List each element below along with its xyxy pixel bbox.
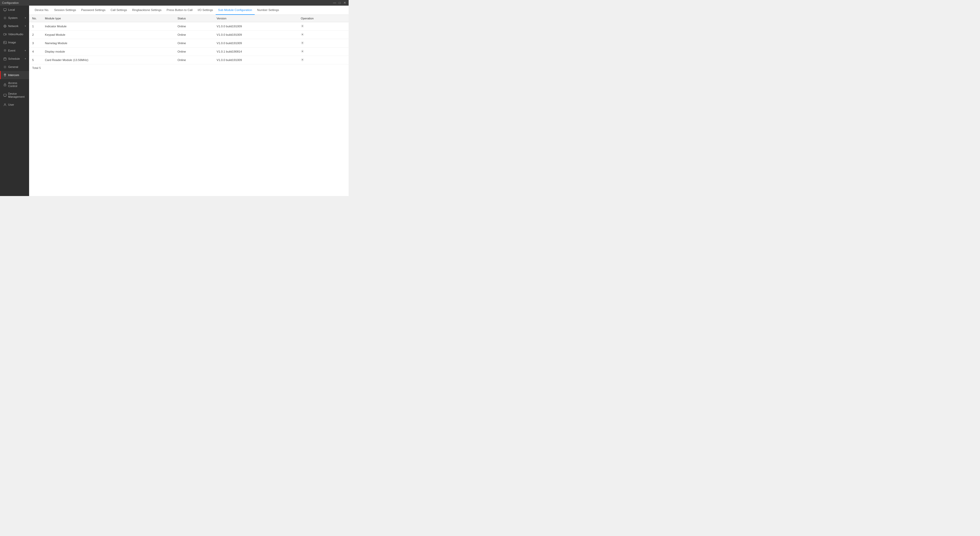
column-header-version: Version xyxy=(213,15,298,22)
sidebar-item-label: Network xyxy=(8,24,18,27)
row-operation[interactable] xyxy=(298,22,348,31)
column-header-status: Status xyxy=(175,15,213,22)
sidebar-item-label: User xyxy=(8,103,14,106)
sidebar-item-label: Intercom xyxy=(8,73,19,76)
sidebar-item-access-control[interactable]: Access Control xyxy=(0,79,29,90)
row-operation[interactable] xyxy=(298,56,348,64)
row-status: Online xyxy=(175,56,213,64)
tab-number-settings[interactable]: Number Settings xyxy=(255,6,282,15)
table-row: 5Card Reader Module (13.56MHz)OnlineV1.0… xyxy=(29,56,348,64)
sidebar-item-video-audio[interactable]: Video/Audio xyxy=(0,30,29,38)
sidebar-item-label: Image xyxy=(8,41,16,44)
tabs-bar: Device No.Session SettingsPassword Setti… xyxy=(29,6,348,15)
tab-press-button-to-call[interactable]: Press Button to Call xyxy=(164,6,195,15)
sidebar-item-label: Schedule xyxy=(8,57,20,60)
close-button[interactable]: ✕ xyxy=(343,1,347,5)
table-row: 3Nametag ModuleOnlineV1.0.0 build191009 xyxy=(29,39,348,48)
sidebar-item-label: Event xyxy=(8,49,15,52)
sidebar-item-device-management[interactable]: Device Management xyxy=(0,90,29,100)
svg-point-3 xyxy=(4,17,5,18)
window-controls: — □ ✕ xyxy=(333,1,347,5)
svg-point-14 xyxy=(4,66,5,67)
modules-table: No.Module typeStatusVersionOperation 1In… xyxy=(29,15,348,64)
column-header-no: No. xyxy=(29,15,42,22)
row-module-type: Card Reader Module (13.56MHz) xyxy=(42,56,175,64)
tab-device-no[interactable]: Device No. xyxy=(32,6,52,15)
settings-icon[interactable] xyxy=(301,33,304,36)
row-module-type: Keypad Module xyxy=(42,31,175,39)
sidebar: LocalSystem▾Network▾Video/AudioImageEven… xyxy=(0,6,29,196)
sidebar-item-label: Video/Audio xyxy=(8,33,23,36)
sidebar-item-label: Access Control xyxy=(8,81,26,87)
svg-point-24 xyxy=(302,51,303,52)
app-title: Configuration xyxy=(2,1,19,4)
tab-session-settings[interactable]: Session Settings xyxy=(52,6,79,15)
settings-icon[interactable] xyxy=(301,49,304,53)
sidebar-item-network[interactable]: Network▾ xyxy=(0,22,29,30)
table-row: 2Keypad ModuleOnlineV1.0.0 build191009 xyxy=(29,31,348,39)
table-row: 1Indicator ModuleOnlineV1.0.0 build19100… xyxy=(29,22,348,31)
row-operation[interactable] xyxy=(298,48,348,56)
sidebar-item-image[interactable]: Image xyxy=(0,38,29,46)
row-version: V1.0.0 build191009 xyxy=(213,31,298,39)
chevron-down-icon: ▾ xyxy=(25,25,26,27)
svg-point-20 xyxy=(4,103,6,105)
total-row: Total 5 xyxy=(29,64,348,72)
maximize-button[interactable]: □ xyxy=(338,1,342,5)
row-version: V1.0.0 build191009 xyxy=(213,22,298,31)
svg-rect-7 xyxy=(3,33,5,35)
table-row: 4Display moduleOnlineV1.0.1 build190814 xyxy=(29,48,348,56)
sidebar-item-event[interactable]: Event▾ xyxy=(0,46,29,55)
monitor-icon xyxy=(3,8,6,11)
tab-sub-module-configuration[interactable]: Sub Module Configuration xyxy=(216,6,255,15)
sidebar-item-local[interactable]: Local xyxy=(0,6,29,14)
device-icon xyxy=(3,94,6,97)
chevron-down-icon: ▾ xyxy=(25,57,26,60)
sidebar-item-label: System xyxy=(8,16,18,19)
svg-point-17 xyxy=(5,85,5,85)
event-icon xyxy=(3,49,6,52)
row-number: 3 xyxy=(29,39,42,48)
row-number: 4 xyxy=(29,48,42,56)
sidebar-item-system[interactable]: System▾ xyxy=(0,14,29,22)
network-icon xyxy=(3,24,6,28)
row-status: Online xyxy=(175,22,213,31)
intercom-icon xyxy=(3,73,6,77)
tab-io-settings[interactable]: I/O Settings xyxy=(195,6,215,15)
sidebar-item-general[interactable]: General xyxy=(0,63,29,71)
system-icon xyxy=(3,16,6,20)
column-header-operation: Operation xyxy=(298,15,348,22)
tab-ringbacktone-settings[interactable]: Ringbacktone Settings xyxy=(130,6,164,15)
chevron-down-icon: ▾ xyxy=(25,49,26,52)
image-icon xyxy=(3,41,6,44)
row-number: 2 xyxy=(29,31,42,39)
row-operation[interactable] xyxy=(298,31,348,39)
video-icon xyxy=(3,32,6,36)
row-module-type: Indicator Module xyxy=(42,22,175,31)
access-icon xyxy=(3,83,6,86)
svg-point-15 xyxy=(5,74,5,75)
row-number: 1 xyxy=(29,22,42,31)
tab-call-settings[interactable]: Call Settings xyxy=(108,6,130,15)
row-number: 5 xyxy=(29,56,42,64)
column-header-module-type: Module type xyxy=(42,15,175,22)
svg-point-23 xyxy=(302,42,303,43)
sidebar-item-schedule[interactable]: Schedule▾ xyxy=(0,55,29,63)
minimize-button[interactable]: — xyxy=(333,1,336,5)
row-version: V1.0.0 build191009 xyxy=(213,56,298,64)
settings-icon[interactable] xyxy=(301,58,304,62)
settings-icon[interactable] xyxy=(301,41,304,45)
row-module-type: Display module xyxy=(42,48,175,56)
user-icon xyxy=(3,103,6,107)
svg-point-21 xyxy=(302,25,303,27)
svg-rect-18 xyxy=(3,94,6,96)
svg-rect-0 xyxy=(3,8,6,11)
row-operation[interactable] xyxy=(298,39,348,48)
svg-point-25 xyxy=(302,59,303,60)
row-status: Online xyxy=(175,39,213,48)
svg-rect-10 xyxy=(3,58,6,60)
tab-password-settings[interactable]: Password Settings xyxy=(79,6,108,15)
sidebar-item-intercom[interactable]: Intercom xyxy=(0,71,29,79)
settings-icon[interactable] xyxy=(301,24,304,28)
sidebar-item-user[interactable]: User xyxy=(0,100,29,109)
